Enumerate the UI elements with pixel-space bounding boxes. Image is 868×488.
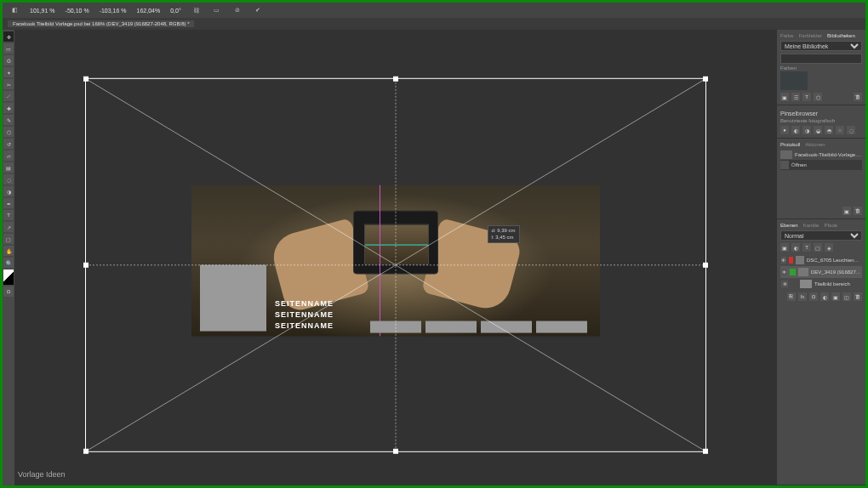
tab-ebenen[interactable]: Ebenen: [780, 223, 798, 228]
filter-shape-icon[interactable]: ▢: [814, 243, 822, 252]
mask-icon[interactable]: ◘: [809, 292, 818, 301]
pen-tool-icon[interactable]: ✒: [3, 198, 14, 208]
handle-ml[interactable]: [83, 263, 89, 268]
path-tool-icon[interactable]: ↗: [3, 222, 14, 232]
tab-aktionen[interactable]: Aktionen: [805, 142, 825, 147]
link-icon[interactable]: ⛓: [191, 5, 202, 15]
handle-bm[interactable]: [393, 449, 398, 454]
brush-preset-1[interactable]: ●: [780, 126, 789, 134]
tab-kanaele[interactable]: Kanäle: [803, 223, 819, 228]
blur-tool-icon[interactable]: ◌: [3, 174, 14, 184]
handle-mr[interactable]: [703, 263, 708, 268]
brush-preset-4[interactable]: ◒: [814, 126, 822, 134]
crop-tool-icon[interactable]: ✂: [3, 79, 14, 89]
eyedropper-tool-icon[interactable]: ⟋: [3, 91, 14, 101]
canvas[interactable]: SEITENNAME SEITENNAME SEITENNAME: [14, 30, 777, 485]
handle-br[interactable]: [703, 449, 708, 454]
fg-bg-swatch[interactable]: [3, 270, 14, 285]
new-layer-icon[interactable]: ◫: [842, 292, 851, 301]
lib-icon-3[interactable]: T: [802, 93, 811, 101]
lasso-tool-icon[interactable]: ʘ: [3, 55, 14, 65]
history-new-icon[interactable]: ▣: [842, 207, 851, 215]
tab-farbe[interactable]: Farbe: [780, 33, 794, 38]
commit-icon[interactable]: ✔: [253, 5, 263, 15]
eraser-tool-icon[interactable]: ▱: [3, 150, 14, 161]
brush-tool-icon[interactable]: ✎: [3, 115, 14, 125]
gradient-tool-icon[interactable]: ▤: [3, 162, 14, 173]
brush-preset-2[interactable]: ◐: [791, 126, 800, 134]
brush-preset-3[interactable]: ◑: [802, 126, 811, 134]
filter-smart-icon[interactable]: ◈: [825, 243, 833, 252]
x-value[interactable]: -50,10 %: [66, 8, 89, 14]
library-select[interactable]: Meine Bibliothek: [780, 41, 862, 51]
y-value[interactable]: -103,16 %: [100, 8, 127, 14]
visibility-toggle-icon[interactable]: 👁: [781, 269, 787, 275]
trash-layer-icon[interactable]: 🗑: [854, 292, 862, 301]
shape-tool-icon[interactable]: ▢: [3, 234, 14, 244]
watermark-text: Vorlage Ideen: [18, 470, 66, 479]
layer-row-2[interactable]: 👁 DEV_3419 (916827-2048: [780, 266, 862, 278]
right-panel-column: Farbe Farbfelder Bibliotheken Meine Bibl…: [777, 30, 865, 485]
move-tool-icon[interactable]: ✥: [3, 31, 14, 42]
history-trash-icon[interactable]: 🗑: [854, 207, 862, 215]
heal-tool-icon[interactable]: ✚: [3, 103, 14, 113]
layer-color-chip: [789, 257, 794, 264]
history-snapshot[interactable]: Facebook-Titelbild-Vorlage.psd: [780, 150, 862, 160]
transform-bounds[interactable]: [85, 78, 706, 452]
lib-icon-5[interactable]: 🗑: [854, 93, 862, 101]
adjustment-icon[interactable]: ◐: [820, 292, 829, 301]
zoom-value[interactable]: 101,91 %: [30, 8, 55, 14]
blend-mode-select[interactable]: Normal: [780, 230, 862, 241]
lib-icon-1[interactable]: ▣: [780, 93, 789, 101]
history-step[interactable]: Öffnen: [780, 160, 862, 170]
h-value[interactable]: 0,0°: [170, 8, 181, 14]
library-search-input[interactable]: [780, 54, 862, 64]
w-value[interactable]: 162,04%: [137, 8, 161, 14]
layer-row-3[interactable]: 👁 Titelbild bereich: [780, 278, 862, 290]
history-brush-icon[interactable]: ↺: [3, 139, 14, 149]
layers-tabs: Ebenen Kanäle Pfade: [780, 223, 862, 228]
handle-bl[interactable]: [83, 449, 89, 454]
hand-tool-icon[interactable]: ✋: [3, 246, 14, 256]
tool-preset-icon[interactable]: ◧: [9, 5, 20, 15]
cancel-icon[interactable]: ⊘: [232, 5, 243, 15]
filter-pixel-icon[interactable]: ▣: [780, 243, 789, 252]
lib-icon-4[interactable]: ⬡: [814, 93, 822, 101]
warp-icon[interactable]: ▭: [212, 5, 222, 15]
zoom-tool-icon[interactable]: 🔍: [3, 258, 14, 268]
brush-preset-5[interactable]: ◓: [825, 126, 833, 134]
lib-icon-2[interactable]: ☰: [791, 93, 800, 101]
brush-preset-6[interactable]: ○: [836, 126, 844, 134]
quickmask-icon[interactable]: ◘: [3, 287, 14, 297]
history-thumb-icon: [780, 150, 792, 159]
history-step-icon: [780, 161, 789, 169]
tab-farbfelder[interactable]: Farbfelder: [799, 33, 822, 38]
visibility-toggle-icon[interactable]: 👁: [781, 281, 788, 287]
layer-name: Titelbild bereich: [814, 281, 850, 287]
handle-tl[interactable]: [83, 77, 89, 82]
farben-label: Farben: [780, 65, 862, 71]
tab-pfade[interactable]: Pfade: [824, 223, 837, 228]
tab-bibliotheken[interactable]: Bibliotheken: [827, 33, 855, 38]
filter-type-icon[interactable]: T: [802, 243, 811, 252]
layer-color-chip: [790, 269, 796, 275]
dodge-tool-icon[interactable]: ◑: [3, 186, 14, 196]
handle-tm[interactable]: [393, 77, 398, 82]
layer-row-1[interactable]: 👁 DSC_6705 Leuchtender-un Paar...: [780, 254, 862, 266]
marquee-tool-icon[interactable]: ▭: [3, 43, 14, 54]
link-layers-icon[interactable]: ⛓: [787, 292, 796, 301]
color-swatch[interactable]: [780, 71, 808, 90]
tab-protokoll[interactable]: Protokoll: [780, 142, 800, 147]
layers-panel: Ebenen Kanäle Pfade Normal ▣ ◐ T ▢ ◈ 👁 D…: [777, 219, 865, 485]
layer-name: DEV_3419 (916827-2048: [811, 270, 861, 275]
group-icon[interactable]: ▣: [831, 292, 840, 301]
type-tool-icon[interactable]: T: [3, 210, 14, 220]
document-tab[interactable]: Facebook Titelbild Vorlage.psd bei 166% …: [8, 20, 194, 27]
wand-tool-icon[interactable]: ✦: [3, 67, 14, 77]
brush-preset-7[interactable]: ◌: [847, 126, 855, 134]
handle-tr[interactable]: [703, 77, 708, 82]
filter-adjust-icon[interactable]: ◐: [791, 243, 800, 252]
visibility-toggle-icon[interactable]: 👁: [781, 257, 786, 264]
fx-icon[interactable]: fx: [798, 292, 807, 301]
stamp-tool-icon[interactable]: ⬡: [3, 127, 14, 137]
